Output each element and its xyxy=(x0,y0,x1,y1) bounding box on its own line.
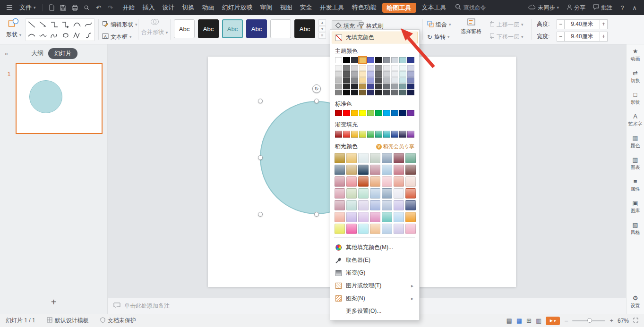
docer-color-swatch[interactable] xyxy=(382,200,392,210)
sync-status-button[interactable]: 未同步▾ xyxy=(525,4,562,12)
shape-style-preset[interactable]: Abc xyxy=(174,19,195,38)
menu-item[interactable]: 安全 xyxy=(296,0,316,15)
gradient-color-swatch[interactable] xyxy=(375,131,382,138)
theme-tint-swatch[interactable] xyxy=(343,84,350,89)
more-fill-colors-item[interactable]: 其他填充颜色(M)... xyxy=(330,241,419,254)
theme-tint-swatch[interactable] xyxy=(391,77,398,83)
theme-tint-swatch[interactable] xyxy=(367,77,374,83)
docer-color-swatch[interactable] xyxy=(346,200,357,210)
theme-tint-swatch[interactable] xyxy=(367,90,374,95)
width-decrease-button[interactable]: − xyxy=(557,32,565,42)
menu-item[interactable]: 幻灯片放映 xyxy=(218,0,257,15)
width-increase-button[interactable]: + xyxy=(600,32,608,42)
docer-color-swatch[interactable] xyxy=(394,188,404,199)
theme-tint-swatch[interactable] xyxy=(375,90,382,95)
height-increase-button[interactable]: + xyxy=(600,19,608,29)
sidebar-item-properties[interactable]: ≡属性 xyxy=(627,175,644,196)
docer-color-swatch[interactable] xyxy=(346,176,357,187)
docer-vip-badge[interactable]: V 稻壳会员专享 xyxy=(376,143,414,150)
document-protection-button[interactable]: 文档未保护 xyxy=(100,317,136,325)
menu-item[interactable]: 插入 xyxy=(139,0,159,15)
theme-tint-swatch[interactable] xyxy=(335,65,342,71)
docer-color-swatch[interactable] xyxy=(346,212,357,222)
freeform-shape-icon[interactable] xyxy=(83,30,94,41)
reading-view-icon[interactable]: ▥ xyxy=(536,317,541,324)
comments-button[interactable]: 批注 xyxy=(590,4,616,12)
sidebar-item-settings[interactable]: ⚙ 设置 xyxy=(627,291,644,314)
width-value[interactable]: 9.40厘米 xyxy=(565,32,600,42)
theme-tint-swatch[interactable] xyxy=(399,90,406,95)
menu-item[interactable]: 文本工具 xyxy=(418,0,450,15)
zoom-slider[interactable] xyxy=(572,320,605,321)
gallery-scroll-down-icon[interactable]: ▾ xyxy=(318,26,326,32)
theme-tint-swatch[interactable] xyxy=(383,84,390,89)
theme-tint-swatch[interactable] xyxy=(399,77,406,83)
docer-color-swatch[interactable] xyxy=(370,200,380,210)
docer-color-swatch[interactable] xyxy=(382,153,392,163)
theme-color-swatch[interactable] xyxy=(375,57,382,63)
zoom-in-button[interactable]: + xyxy=(610,317,613,324)
docer-color-swatch[interactable] xyxy=(358,188,369,199)
theme-tint-swatch[interactable] xyxy=(391,84,398,89)
standard-color-swatch[interactable] xyxy=(383,110,390,116)
docer-color-swatch[interactable] xyxy=(405,165,416,175)
tab-outline[interactable]: 大纲 xyxy=(31,49,43,58)
zoom-out-button[interactable]: − xyxy=(564,317,568,325)
theme-tint-swatch[interactable] xyxy=(351,84,358,89)
resize-handle-bottom-center[interactable] xyxy=(314,212,319,217)
shape-line-gallery[interactable] xyxy=(26,18,94,41)
gradient-color-swatch[interactable] xyxy=(391,131,398,138)
sidebar-item-gallery[interactable]: ▣图库 xyxy=(627,196,644,218)
theme-tint-swatch[interactable] xyxy=(407,90,414,95)
eyedropper-item[interactable]: 取色器(E) xyxy=(330,254,419,267)
docer-color-swatch[interactable] xyxy=(358,212,369,222)
sidebar-item-wordart[interactable]: A艺术字 xyxy=(627,109,644,131)
theme-color-swatch[interactable] xyxy=(383,57,390,63)
docer-color-swatch[interactable] xyxy=(335,188,345,199)
shape-style-preset[interactable]: Abc xyxy=(294,19,315,38)
theme-tint-swatch[interactable] xyxy=(359,90,366,95)
docer-color-swatch[interactable] xyxy=(405,188,416,199)
theme-tint-swatch[interactable] xyxy=(375,71,382,77)
theme-tint-swatch[interactable] xyxy=(375,84,382,89)
theme-tint-swatch[interactable] xyxy=(335,84,342,89)
theme-tint-swatch[interactable] xyxy=(383,90,390,95)
more-settings-item[interactable]: 更多设置(O)... xyxy=(330,305,419,318)
collapse-ribbon-button[interactable]: ∧ xyxy=(629,2,640,13)
docer-color-swatch[interactable] xyxy=(394,176,404,187)
theme-tint-swatch[interactable] xyxy=(351,71,358,77)
theme-tint-swatch[interactable] xyxy=(391,65,398,71)
theme-tint-swatch[interactable] xyxy=(407,84,414,89)
save-icon[interactable] xyxy=(58,2,69,13)
edit-shape-button[interactable]: 编辑形状▾ xyxy=(102,19,137,30)
print-preview-icon[interactable] xyxy=(81,2,93,13)
docer-color-swatch[interactable] xyxy=(382,188,392,199)
command-search[interactable]: 查找命令 xyxy=(455,4,486,12)
hamburger-menu-icon[interactable] xyxy=(4,2,15,13)
send-backward-button[interactable]: 下移一层▾ xyxy=(489,32,524,42)
standard-color-swatch[interactable] xyxy=(367,110,374,116)
theme-color-swatch[interactable] xyxy=(343,57,350,63)
docer-color-swatch[interactable] xyxy=(370,212,380,222)
theme-color-swatch[interactable] xyxy=(391,57,398,63)
menu-item[interactable]: 切换 xyxy=(179,0,198,15)
theme-tint-swatch[interactable] xyxy=(399,71,406,77)
theme-tint-swatch[interactable] xyxy=(383,77,390,83)
docer-color-swatch[interactable] xyxy=(382,224,392,234)
theme-tint-swatch[interactable] xyxy=(335,90,342,95)
standard-color-swatch[interactable] xyxy=(407,110,414,116)
theme-tint-swatch[interactable] xyxy=(367,84,374,89)
theme-color-swatch[interactable] xyxy=(359,57,366,63)
docer-color-swatch[interactable] xyxy=(370,188,380,199)
slide-thumbnail[interactable] xyxy=(16,63,103,134)
docer-color-swatch[interactable] xyxy=(382,165,392,175)
theme-tint-swatch[interactable] xyxy=(343,65,350,71)
docer-color-swatch[interactable] xyxy=(358,200,369,210)
loop-shape-icon[interactable] xyxy=(60,30,71,41)
normal-view-icon[interactable]: ▦ xyxy=(516,317,522,324)
selection-pane-button[interactable]: 选择窗格 xyxy=(457,18,485,35)
menu-item[interactable]: 绘图工具 xyxy=(382,3,416,13)
theme-tint-swatch[interactable] xyxy=(407,77,414,83)
picture-or-texture-item[interactable]: 图片或纹理(T) ▸ xyxy=(330,279,419,292)
docer-color-swatch[interactable] xyxy=(370,176,380,187)
